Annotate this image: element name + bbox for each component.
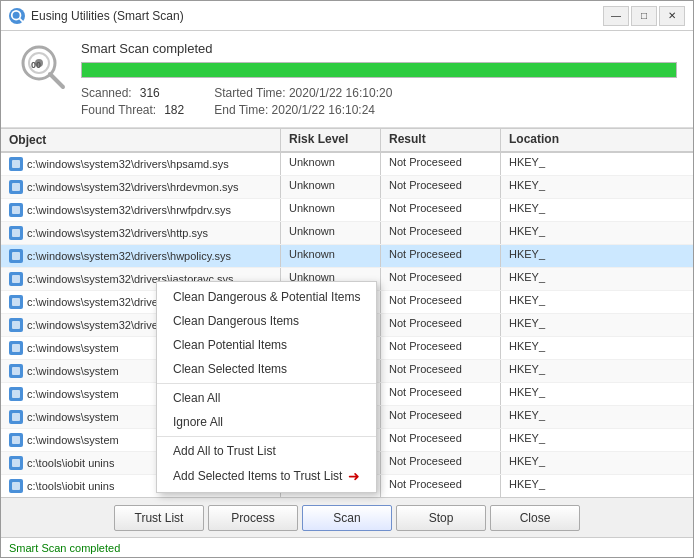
svg-rect-11 <box>12 252 20 260</box>
stop-button[interactable]: Stop <box>396 505 486 531</box>
svg-point-0 <box>12 10 21 19</box>
table-row[interactable]: c:\windows\system32\drivers\http.sys Unk… <box>1 222 693 245</box>
cell-result: Not Proceseed <box>381 153 501 175</box>
header-section: 00 Smart Scan completed Scanned: 316 Fou… <box>1 31 693 128</box>
cell-location: HKEY_ <box>501 452 693 474</box>
scan-count-row: Scanned: 316 Found Threat: 182 <box>81 86 184 117</box>
file-icon <box>9 318 23 332</box>
menu-separator <box>157 383 376 384</box>
cell-location: HKEY_ <box>501 245 693 267</box>
status-bar: Smart Scan completed <box>1 537 693 557</box>
cell-location: HKEY_ <box>501 429 693 451</box>
cell-risk: Unknown <box>281 199 381 221</box>
cell-result: Not Proceseed <box>381 360 501 382</box>
svg-rect-19 <box>12 436 20 444</box>
context-menu-item[interactable]: Clean Selected Items <box>157 357 376 381</box>
context-menu: Clean Dangerous & Potential ItemsClean D… <box>156 281 377 493</box>
file-icon <box>9 226 23 240</box>
scanned-line: Scanned: 316 <box>81 86 184 100</box>
window-title: Eusing Utilities (Smart Scan) <box>31 9 184 23</box>
context-menu-item[interactable]: Clean Dangerous Items <box>157 309 376 333</box>
context-menu-item[interactable]: Add Selected Items to Trust List➜ <box>157 463 376 489</box>
cell-location: HKEY_ <box>501 268 693 290</box>
file-icon <box>9 410 23 424</box>
scan-details: Scanned: 316 Found Threat: 182 Started T… <box>81 86 677 117</box>
title-controls: — □ ✕ <box>603 6 685 26</box>
svg-rect-13 <box>12 298 20 306</box>
table-row[interactable]: c:\windows\system32\drivers\hwpolicy.sys… <box>1 245 693 268</box>
cell-location: HKEY_ <box>501 153 693 175</box>
col-header-risk: Risk Level <box>281 129 381 151</box>
started-line: Started Time: 2020/1/22 16:10:20 <box>214 86 392 100</box>
cell-result: Not Proceseed <box>381 222 501 244</box>
table-row[interactable]: c:\windows\system32\drivers\hrdevmon.sys… <box>1 176 693 199</box>
file-icon <box>9 387 23 401</box>
close-button[interactable]: Close <box>490 505 580 531</box>
cell-location: HKEY_ <box>501 222 693 244</box>
found-value: 182 <box>164 103 184 117</box>
scan-button[interactable]: Scan <box>302 505 392 531</box>
cell-result: Not Proceseed <box>381 268 501 290</box>
file-icon <box>9 203 23 217</box>
cell-object: c:\windows\system32\drivers\hpsamd.sys <box>1 153 281 175</box>
cell-result: Not Proceseed <box>381 452 501 474</box>
main-window: Eusing Utilities (Smart Scan) — □ ✕ 00 S… <box>0 0 694 558</box>
trust-list-button[interactable]: Trust List <box>114 505 204 531</box>
table-row[interactable]: c:\windows\system32\drivers\hrwfpdrv.sys… <box>1 199 693 222</box>
title-bar-left: Eusing Utilities (Smart Scan) <box>9 8 184 24</box>
svg-rect-21 <box>12 482 20 490</box>
cell-location: HKEY_ <box>501 176 693 198</box>
cell-location: HKEY_ <box>501 314 693 336</box>
found-label: Found Threat: <box>81 103 156 117</box>
bottom-toolbar: Trust List Process Scan Stop Close <box>1 497 693 537</box>
cell-risk: Unknown <box>281 176 381 198</box>
svg-rect-17 <box>12 390 20 398</box>
cell-result: Not Proceseed <box>381 475 501 497</box>
file-icon <box>9 341 23 355</box>
cell-location: HKEY_ <box>501 199 693 221</box>
title-bar: Eusing Utilities (Smart Scan) — □ ✕ <box>1 1 693 31</box>
file-icon <box>9 479 23 493</box>
cell-location: HKEY_ <box>501 383 693 405</box>
cell-location: HKEY_ <box>501 337 693 359</box>
svg-rect-9 <box>12 206 20 214</box>
scan-time-row: Started Time: 2020/1/22 16:10:20 End Tim… <box>214 86 392 117</box>
cell-result: Not Proceseed <box>381 291 501 313</box>
context-menu-item[interactable]: Ignore All <box>157 410 376 434</box>
cell-risk: Unknown <box>281 222 381 244</box>
context-menu-item[interactable]: Clean All <box>157 386 376 410</box>
cell-risk: Unknown <box>281 245 381 267</box>
svg-rect-10 <box>12 229 20 237</box>
svg-rect-8 <box>12 183 20 191</box>
scanned-value: 316 <box>140 86 160 100</box>
process-button[interactable]: Process <box>208 505 298 531</box>
cell-location: HKEY_ <box>501 406 693 428</box>
cell-result: Not Proceseed <box>381 245 501 267</box>
svg-rect-12 <box>12 275 20 283</box>
file-icon <box>9 456 23 470</box>
found-line: Found Threat: 182 <box>81 103 184 117</box>
cell-location: HKEY_ <box>501 360 693 382</box>
file-icon <box>9 272 23 286</box>
progress-bar-container <box>81 62 677 78</box>
svg-line-4 <box>50 74 63 87</box>
scan-status: Smart Scan completed <box>81 41 677 56</box>
context-menu-item[interactable]: Clean Potential Items <box>157 333 376 357</box>
col-header-object: Object <box>1 129 281 151</box>
minimize-button[interactable]: — <box>603 6 629 26</box>
context-menu-item[interactable]: Add All to Trust List <box>157 439 376 463</box>
close-window-button[interactable]: ✕ <box>659 6 685 26</box>
arrow-icon: ➜ <box>348 468 360 484</box>
file-icon <box>9 180 23 194</box>
cell-result: Not Proceseed <box>381 176 501 198</box>
menu-separator <box>157 436 376 437</box>
maximize-button[interactable]: □ <box>631 6 657 26</box>
cell-object: c:\windows\system32\drivers\hrdevmon.sys <box>1 176 281 198</box>
ended-label: End Time: 2020/1/22 16:10:24 <box>214 103 375 117</box>
cell-location: HKEY_ <box>501 475 693 497</box>
table-row[interactable]: c:\windows\system32\drivers\hpsamd.sys U… <box>1 153 693 176</box>
context-menu-item[interactable]: Clean Dangerous & Potential Items <box>157 285 376 309</box>
svg-rect-16 <box>12 367 20 375</box>
svg-text:00: 00 <box>31 60 41 70</box>
started-label: Started Time: 2020/1/22 16:10:20 <box>214 86 392 100</box>
